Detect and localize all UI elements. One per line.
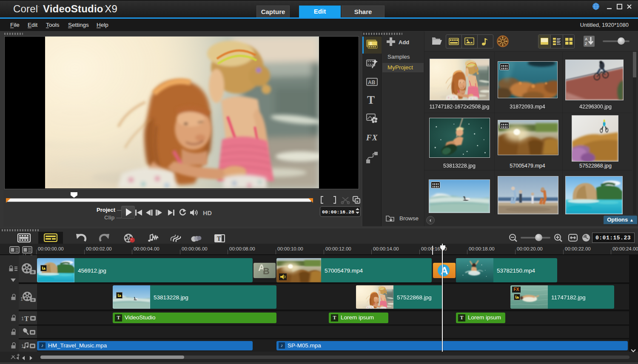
svg-text:T: T bbox=[217, 236, 221, 242]
svg-text:1: 1 bbox=[21, 344, 24, 349]
svg-text:00:00:16.28: 00:00:16.28 bbox=[322, 209, 354, 215]
svg-text:Z: Z bbox=[585, 42, 587, 46]
svg-text:T: T bbox=[24, 315, 29, 322]
svg-text:HD: HD bbox=[203, 210, 212, 216]
svg-text:AB: AB bbox=[368, 80, 376, 85]
svg-text:1: 1 bbox=[21, 316, 24, 321]
svg-text:A: A bbox=[585, 37, 588, 41]
